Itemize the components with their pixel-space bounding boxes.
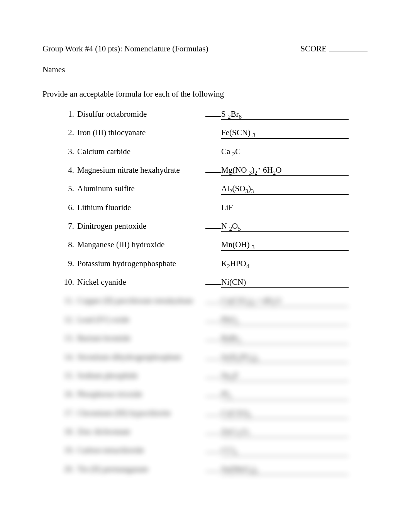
compound-name: Lead (IV) oxide [77, 314, 205, 325]
answer-formula: K2HPO4 [221, 258, 249, 269]
answer-line[interactable]: Fe(SCN) 3 [221, 127, 349, 138]
question-item: 5.Aluminum sulfiteAl2(SO3)3 [61, 183, 368, 194]
answer-formula: Ni(CN) [221, 277, 246, 287]
names-blank-line[interactable] [67, 65, 330, 72]
compound-name: Aluminum sulfite [77, 183, 205, 194]
compound-name: Sodium phosphide [77, 370, 205, 381]
item-number: 17. [61, 408, 74, 418]
item-number: 4. [61, 165, 74, 175]
compound-name: Dinitrogen pentoxide [77, 221, 205, 231]
answer-prefix-blank[interactable] [205, 203, 221, 210]
answer-prefix-blank[interactable] [205, 278, 221, 285]
answer-prefix-blank[interactable] [205, 166, 221, 173]
answer-formula: Mn(OH) 3 [221, 239, 254, 250]
score-field: SCORE [300, 43, 368, 54]
answer-formula: Sn(MnO4)2 [221, 464, 258, 474]
answer-prefix-blank[interactable] [205, 409, 221, 416]
answer-field: Fe(SCN) 3 [205, 127, 368, 138]
answer-formula: PbO2 [221, 314, 239, 325]
answer-line[interactable]: PI3 [221, 389, 349, 400]
item-number: 16. [61, 389, 74, 399]
answer-line[interactable]: Sr(H2PO4)2 [221, 352, 349, 363]
question-item: 3.Calcium carbideCa 2C [61, 146, 368, 157]
answer-line[interactable]: Ni(CN) [221, 277, 349, 288]
blurred-question-list: 11.Copper (II) perchlorate tetrahydrateC… [61, 295, 368, 474]
compound-name: Chromium (III) hypochlorite [77, 408, 205, 418]
answer-prefix-blank[interactable] [205, 353, 221, 360]
compound-name: Lithium fluoride [77, 202, 205, 213]
answer-prefix-blank[interactable] [205, 446, 221, 453]
answer-prefix-blank[interactable] [205, 334, 221, 341]
answer-field: BaBr2 [205, 333, 368, 344]
answer-prefix-blank[interactable] [205, 371, 221, 378]
item-number: 1. [61, 109, 74, 119]
answer-field: Sn(MnO4)2 [205, 464, 368, 475]
answer-field: Ca 2C [205, 146, 368, 157]
question-item: 10.Nickel cyanideNi(CN) [61, 277, 368, 288]
item-number: 12. [61, 314, 74, 325]
answer-prefix-blank[interactable] [205, 128, 221, 135]
item-number: 10. [61, 277, 74, 287]
question-item: 1.Disulfur octabromideS 2Br8 [61, 109, 368, 120]
answer-line[interactable]: Mn(OH) 3 [221, 239, 349, 250]
answer-field: K2HPO4 [205, 258, 368, 269]
question-item: 15.Sodium phosphideNa3P [61, 370, 368, 381]
item-number: 11. [61, 295, 74, 306]
item-number: 8. [61, 239, 74, 250]
answer-line[interactable]: N 2O5 [221, 221, 349, 232]
question-item: 14.Strontium dihydrogenphosphateSr(H2PO4… [61, 352, 368, 363]
answer-line[interactable]: Ca 2C [221, 146, 349, 157]
answer-line[interactable]: K2HPO4 [221, 258, 349, 269]
answer-prefix-blank[interactable] [205, 184, 221, 191]
item-number: 3. [61, 146, 74, 157]
score-blank-line[interactable] [329, 44, 368, 51]
compound-name: Carbon tetrachloride [77, 445, 205, 456]
compound-name: Phosphorus trioxide [77, 389, 205, 399]
answer-prefix-blank[interactable] [205, 259, 221, 266]
answer-line[interactable]: PbO2 [221, 314, 349, 325]
answer-prefix-blank[interactable] [205, 110, 221, 117]
answer-field: N 2O5 [205, 221, 368, 232]
item-number: 7. [61, 221, 74, 231]
question-item: 17.Chromium (III) hypochloriteCr(ClO)3 [61, 408, 368, 419]
question-item: 13.Barium bromideBaBr2 [61, 333, 368, 344]
compound-name: Barium bromide [77, 333, 205, 343]
answer-field: CCl4 [205, 445, 368, 456]
answer-line[interactable]: ZnCr2O7 [221, 426, 349, 437]
answer-line[interactable]: CCl4 [221, 445, 349, 456]
compound-name: Calcium carbide [77, 146, 205, 157]
question-item: 20.Tin (II) permanganateSn(MnO4)2 [61, 464, 368, 475]
answer-line[interactable]: Sn(MnO4)2 [221, 464, 349, 475]
answer-prefix-blank[interactable] [205, 465, 221, 472]
answer-field: PbO2 [205, 314, 368, 325]
header-row: Group Work #4 (10 pts): Nomenclature (Fo… [42, 43, 368, 54]
answer-line[interactable]: S 2Br8 [221, 109, 349, 120]
answer-line[interactable]: Cu(ClO4)2 • 4H2O [221, 295, 349, 306]
answer-line[interactable]: Na3P [221, 370, 349, 381]
answer-prefix-blank[interactable] [205, 147, 221, 154]
answer-formula: Na3P [221, 370, 238, 381]
question-item: 18.Zinc dichromateZnCr2O7 [61, 426, 368, 437]
question-list: 1.Disulfur octabromideS 2Br82.Iron (III)… [61, 109, 368, 288]
compound-name: Iron (III) thiocyanate [77, 127, 205, 138]
answer-line[interactable]: Mg(NO 3)2• 6H2O [221, 165, 349, 176]
answer-prefix-blank[interactable] [205, 240, 221, 247]
compound-name: Potassium hydrogenphosphate [77, 258, 205, 269]
compound-name: Magnesium nitrate hexahydrate [77, 165, 205, 175]
answer-line[interactable]: BaBr2 [221, 333, 349, 344]
compound-name: Nickel cyanide [77, 277, 205, 287]
compound-name: Zinc dichromate [77, 426, 205, 437]
item-number: 6. [61, 202, 74, 213]
answer-prefix-blank[interactable] [205, 427, 221, 434]
item-number: 2. [61, 127, 74, 138]
answer-field: Cr(ClO)3 [205, 408, 368, 419]
answer-line[interactable]: Al2(SO3)3 [221, 183, 349, 194]
answer-line[interactable]: LiF [221, 202, 349, 213]
question-item: 7.Dinitrogen pentoxideN 2O5 [61, 221, 368, 232]
answer-formula: N 2O5 [221, 221, 241, 231]
answer-prefix-blank[interactable] [205, 390, 221, 397]
answer-prefix-blank[interactable] [205, 296, 221, 303]
answer-prefix-blank[interactable] [205, 222, 221, 229]
answer-prefix-blank[interactable] [205, 315, 221, 322]
answer-line[interactable]: Cr(ClO)3 [221, 408, 349, 419]
